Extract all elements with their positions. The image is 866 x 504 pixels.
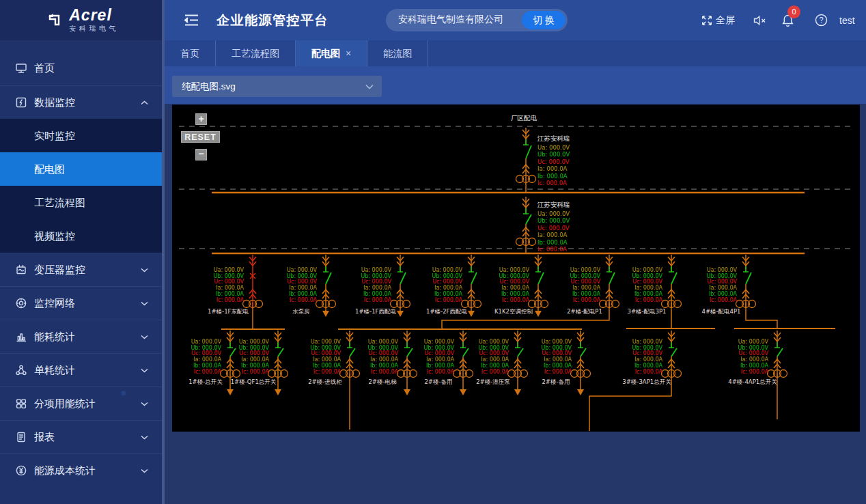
tab-能流图[interactable]: 能流图 (367, 40, 428, 66)
svg-text:Ub: 000.0V: Ub: 000.0V (632, 345, 662, 351)
sidebar-subitem-配电图[interactable]: 配电图 (0, 152, 162, 186)
sidebar-item-label: 分项用能统计 (34, 397, 96, 410)
tab-配电图[interactable]: 配电图× (296, 40, 367, 66)
sidebar-item-能源成本统计[interactable]: 能源成本统计 (0, 453, 162, 487)
svg-text:Ib: 000.0A: Ib: 000.0A (241, 363, 270, 369)
distribution-diagram-svg: 江苏安科瑞Ua: 000.0VUb: 000.0VUc: 000.0VIa: 0… (172, 105, 860, 433)
svg-text:Uc: 000.0V: Uc: 000.0V (632, 350, 662, 356)
svg-text:Ia: 000.0A: Ia: 000.0A (241, 356, 269, 363)
svg-text:Ia: 000.0A: Ia: 000.0A (370, 356, 398, 363)
svg-text:Ib: 000.0A: Ib: 000.0A (634, 363, 663, 369)
sidebar-item-单耗统计[interactable]: 单耗统计 (0, 353, 162, 387)
svg-text:Uc: 000.0V: Uc: 000.0V (537, 225, 570, 232)
svg-text:Ia: 000.0A: Ia: 000.0A (313, 356, 341, 363)
svg-text:2#楼-进线柜: 2#楼-进线柜 (308, 378, 342, 385)
sidebar-item-label: 变压器监控 (34, 264, 85, 277)
svg-text:Ua: 000.0V: Ua: 000.0V (738, 339, 769, 345)
svg-text:Ia: 000.0A: Ia: 000.0A (634, 285, 662, 291)
chevron-down-icon (141, 268, 148, 272)
logo-subtitle: 安科瑞电气 (69, 24, 119, 33)
svg-file-select-value: 纯配电图.svg (182, 81, 236, 92)
svg-text:Ib: 000.0A: Ib: 000.0A (434, 291, 463, 297)
unit-stats-icon (15, 364, 27, 376)
svg-text:Ib: 000.0A: Ib: 000.0A (537, 239, 568, 246)
svg-text:Ic: 000.0A: Ic: 000.0A (242, 369, 270, 375)
svg-text:1#楼-2F西配电: 1#楼-2F西配电 (426, 308, 467, 315)
tab-close-icon[interactable]: × (346, 48, 351, 59)
svg-text:Ia: 000.0A: Ia: 000.0A (572, 285, 600, 291)
svg-text:Ua: 000.0V: Ua: 000.0V (361, 267, 392, 273)
chevron-down-icon (141, 402, 148, 406)
svg-text:Ic: 000.0A: Ic: 000.0A (502, 297, 530, 303)
username[interactable]: test (839, 0, 855, 40)
sidebar-item-首页[interactable]: 首页 (0, 52, 162, 85)
svg-text:Ib: 000.0A: Ib: 000.0A (193, 363, 222, 369)
sidebar-subitem-视频监控[interactable]: 视频监控 (0, 219, 162, 253)
svg-text:Ub: 000.0V: Ub: 000.0V (238, 345, 269, 351)
svg-text:厂区配电: 厂区配电 (511, 114, 537, 122)
tab-bar: 首页工艺流程图配电图×能流图 (165, 40, 866, 66)
sidebar-item-报表[interactable]: 报表 (0, 420, 162, 453)
svg-file-select[interactable]: 纯配电图.svg (172, 76, 382, 97)
svg-text:Ic: 000.0A: Ic: 000.0A (435, 297, 463, 303)
svg-text:Ua: 000.0V: Ua: 000.0V (191, 339, 222, 345)
svg-text:Ub: 000.0V: Ub: 000.0V (191, 345, 221, 351)
company-selector[interactable]: 安科瑞电气制造有限公司 切 换 (386, 9, 568, 31)
svg-text:Uc: 000.0V: Uc: 000.0V (214, 279, 244, 285)
tab-首页[interactable]: 首页 (165, 40, 216, 66)
svg-text:2#楼-备用: 2#楼-备用 (424, 378, 452, 385)
svg-text:Uc: 000.0V: Uc: 000.0V (537, 158, 570, 165)
report-icon (15, 431, 27, 443)
svg-text:2#楼-备用: 2#楼-备用 (542, 378, 570, 385)
single-line-diagram-canvas: 江苏安科瑞Ua: 000.0VUb: 000.0VUc: 000.0VIa: 0… (172, 104, 860, 432)
sidebar-item-监控网络[interactable]: 监控网络 (0, 286, 162, 320)
svg-text:Ua: 000.0V: Ua: 000.0V (287, 267, 318, 273)
svg-text:Ib: 000.0A: Ib: 000.0A (289, 291, 318, 297)
menu-fold-icon[interactable] (183, 12, 200, 29)
sidebar-item-数据监控[interactable]: 数据监控 (0, 85, 162, 119)
svg-text:1#楼-QF1总开关: 1#楼-QF1总开关 (231, 378, 277, 385)
help-button[interactable]: ? (815, 0, 828, 40)
svg-text:Ic: 000.0A: Ic: 000.0A (364, 297, 392, 303)
svg-text:Ic: 000.0A: Ic: 000.0A (741, 369, 769, 375)
sidebar-item-label: 能耗统计 (34, 331, 75, 344)
network-icon (15, 297, 27, 309)
fullscreen-button[interactable]: 全屏 (701, 0, 735, 40)
svg-text:1#楼-1F西配电: 1#楼-1F西配电 (355, 308, 396, 315)
svg-text:Ua: 000.0V: Ua: 000.0V (368, 339, 399, 345)
svg-text:Ic: 000.0A: Ic: 000.0A (481, 369, 509, 375)
sidebar-item-分项用能统计[interactable]: 分项用能统计 (0, 387, 162, 420)
svg-text:4#楼-4AP1总开关: 4#楼-4AP1总开关 (728, 378, 777, 385)
zoom-out-button[interactable]: − (195, 149, 207, 160)
svg-text:Uc: 000.0V: Uc: 000.0V (432, 279, 462, 285)
svg-text:Ua: 000.0V: Ua: 000.0V (632, 267, 663, 273)
svg-text:Ub: 000.0V: Ub: 000.0V (367, 345, 398, 351)
svg-text:Ib: 000.0A: Ib: 000.0A (709, 291, 738, 297)
svg-text:Ub: 000.0V: Ub: 000.0V (738, 345, 768, 351)
notification-badge[interactable]: 0 (787, 5, 800, 18)
svg-text:Ub: 000.0V: Ub: 000.0V (570, 273, 600, 279)
zoom-in-button[interactable]: + (195, 113, 207, 125)
svg-text:Ib: 000.0A: Ib: 000.0A (426, 363, 455, 369)
sidebar-item-变压器监控[interactable]: 变压器监控 (0, 253, 162, 286)
sidebar-subitem-工艺流程图[interactable]: 工艺流程图 (0, 186, 162, 219)
svg-text:Ib: 000.0A: Ib: 000.0A (363, 291, 392, 297)
tab-工艺流程图[interactable]: 工艺流程图 (216, 40, 296, 66)
svg-text:Ia: 000.0A: Ia: 000.0A (426, 356, 454, 363)
zoom-reset-button[interactable]: RESET (181, 131, 220, 143)
svg-text:Ub: 000.0V: Ub: 000.0V (541, 345, 572, 351)
mute-button[interactable] (753, 0, 766, 40)
svg-text:Uc: 000.0V: Uc: 000.0V (542, 350, 572, 356)
switch-company-button[interactable]: 切 换 (522, 11, 565, 29)
data-monitor-icon (15, 96, 27, 109)
chevron-down-icon (141, 301, 148, 306)
svg-text:Ib: 000.0A: Ib: 000.0A (313, 363, 341, 369)
home-icon (15, 62, 27, 74)
chevron-down-icon (141, 435, 148, 440)
svg-text:Ia: 000.0A: Ia: 000.0A (434, 285, 462, 291)
svg-text:3#楼-3AP1总开关: 3#楼-3AP1总开关 (622, 378, 671, 385)
app-title: 企业能源管控平台 (216, 12, 329, 29)
sidebar-subitem-实时监控[interactable]: 实时监控 (0, 119, 162, 152)
svg-text:江苏安科瑞: 江苏安科瑞 (537, 201, 570, 208)
sidebar-item-能耗统计[interactable]: 能耗统计 (0, 320, 162, 353)
